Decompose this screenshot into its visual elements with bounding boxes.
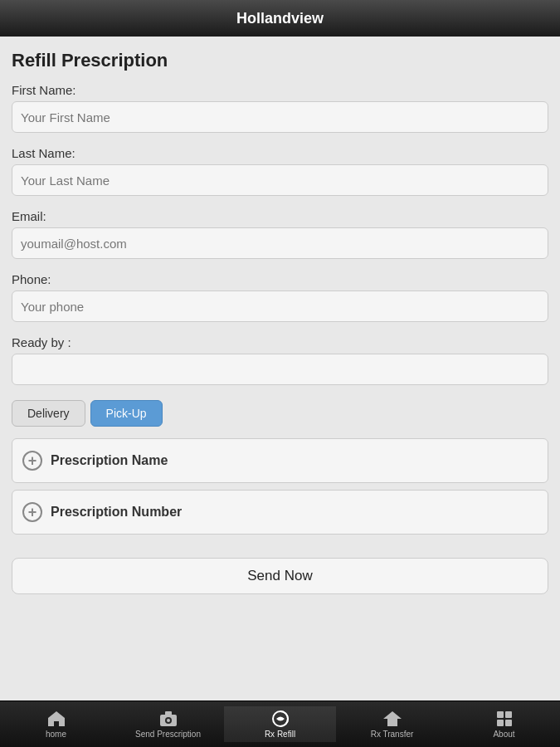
top-bar: Hollandview — [0, 0, 560, 37]
email-label: Email: — [12, 209, 548, 223]
tab-about[interactable]: About — [448, 706, 560, 742]
email-input[interactable] — [12, 227, 548, 259]
last-name-input[interactable] — [12, 164, 548, 196]
svg-rect-6 — [497, 711, 504, 718]
bottom-tab-bar: home Send Prescription Rx Refill — [0, 701, 560, 747]
tab-rx-refill-label: Rx Refill — [265, 730, 295, 739]
rx-transfer-icon — [382, 710, 402, 728]
svg-rect-8 — [497, 720, 504, 726]
svg-rect-9 — [505, 720, 512, 726]
phone-input[interactable] — [12, 290, 548, 322]
main-content: Refill Prescription First Name: Last Nam… — [0, 37, 560, 701]
send-now-button[interactable]: Send Now — [12, 558, 548, 594]
tab-rx-refill[interactable]: Rx Refill — [224, 706, 336, 742]
phone-group: Phone: — [12, 272, 548, 332]
page-title: Refill Prescription — [12, 50, 548, 71]
last-name-group: Last Name: — [12, 146, 548, 206]
about-icon — [494, 710, 514, 728]
svg-marker-5 — [383, 711, 402, 726]
tab-send-prescription-label: Send Prescription — [135, 730, 201, 739]
prescription-name-add-icon: + — [22, 451, 42, 471]
prescription-number-row[interactable]: + Prescription Number — [12, 490, 548, 535]
prescription-name-label: Prescription Name — [51, 453, 168, 468]
prescription-number-label: Prescription Number — [51, 505, 182, 520]
svg-point-2 — [167, 719, 170, 722]
delivery-button[interactable]: Delivery — [12, 400, 85, 427]
email-group: Email: — [12, 209, 548, 269]
first-name-input[interactable] — [12, 101, 548, 133]
send-prescription-icon — [158, 710, 178, 728]
tab-rx-transfer-label: Rx Transfer — [371, 730, 414, 739]
prescription-name-row[interactable]: + Prescription Name — [12, 438, 548, 483]
pickup-button[interactable]: Pick-Up — [90, 400, 163, 427]
prescription-number-add-icon: + — [22, 502, 42, 522]
first-name-group: First Name: — [12, 83, 548, 143]
ready-by-label: Ready by : — [12, 335, 548, 349]
tab-home[interactable]: home — [0, 706, 112, 742]
ready-by-input[interactable] — [12, 354, 548, 385]
rx-refill-icon — [270, 710, 290, 728]
tab-home-label: home — [46, 730, 66, 739]
home-icon — [46, 710, 66, 728]
last-name-label: Last Name: — [12, 146, 548, 160]
phone-label: Phone: — [12, 272, 548, 286]
tab-about-label: About — [493, 730, 514, 739]
app-title: Hollandview — [236, 10, 324, 27]
svg-rect-3 — [165, 711, 172, 715]
first-name-label: First Name: — [12, 83, 548, 97]
tab-send-prescription[interactable]: Send Prescription — [112, 706, 224, 742]
tab-rx-transfer[interactable]: Rx Transfer — [336, 706, 448, 742]
ready-by-group: Ready by : — [12, 335, 548, 395]
delivery-toggle-group: Delivery Pick-Up — [12, 400, 548, 427]
svg-rect-7 — [505, 711, 512, 718]
